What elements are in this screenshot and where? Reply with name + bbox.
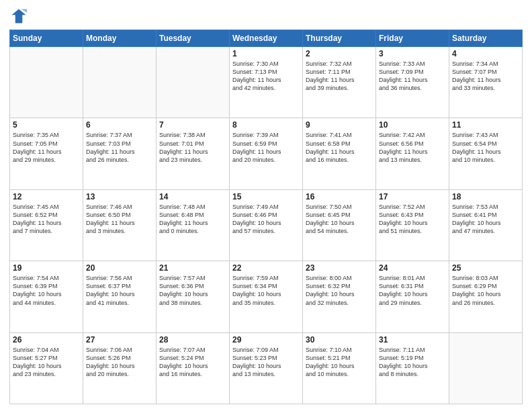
- logo: [9, 7, 31, 26]
- day-info: Sunrise: 7:41 AMSunset: 6:58 PMDaylight:…: [306, 131, 373, 164]
- day-cell: 16Sunrise: 7:50 AMSunset: 6:45 PMDayligh…: [303, 189, 376, 261]
- header: [9, 7, 523, 26]
- day-info: Sunrise: 7:50 AMSunset: 6:45 PMDaylight:…: [306, 203, 373, 236]
- day-number: 2: [306, 49, 373, 58]
- weekday-header-tuesday: Tuesday: [157, 30, 230, 47]
- day-cell: 8Sunrise: 7:39 AMSunset: 6:59 PMDaylight…: [230, 118, 303, 189]
- weekday-header-sunday: Sunday: [10, 30, 83, 47]
- week-row-3: 19Sunrise: 7:54 AMSunset: 6:39 PMDayligh…: [10, 261, 523, 332]
- day-info: Sunrise: 7:54 AMSunset: 6:39 PMDaylight:…: [13, 274, 80, 307]
- day-info: Sunrise: 7:09 AMSunset: 5:23 PMDaylight:…: [232, 346, 300, 379]
- day-info: Sunrise: 7:32 AMSunset: 7:11 PMDaylight:…: [306, 60, 373, 93]
- day-number: 7: [159, 120, 226, 130]
- svg-marker-0: [12, 9, 26, 24]
- day-number: 22: [232, 263, 300, 273]
- day-cell: 9Sunrise: 7:41 AMSunset: 6:58 PMDaylight…: [303, 118, 376, 189]
- day-cell: 27Sunrise: 7:06 AMSunset: 5:26 PMDayligh…: [83, 332, 157, 404]
- day-number: 31: [379, 335, 446, 345]
- day-info: Sunrise: 7:59 AMSunset: 6:34 PMDaylight:…: [232, 274, 300, 307]
- day-info: Sunrise: 7:30 AMSunset: 7:13 PMDaylight:…: [232, 60, 300, 93]
- day-cell: 1Sunrise: 7:30 AMSunset: 7:13 PMDaylight…: [230, 47, 303, 118]
- weekday-header-wednesday: Wednesday: [230, 30, 303, 47]
- day-info: Sunrise: 8:03 AMSunset: 6:29 PMDaylight:…: [452, 274, 519, 307]
- day-cell: 29Sunrise: 7:09 AMSunset: 5:23 PMDayligh…: [230, 332, 303, 404]
- day-info: Sunrise: 7:39 AMSunset: 6:59 PMDaylight:…: [232, 131, 300, 164]
- day-cell: 12Sunrise: 7:45 AMSunset: 6:52 PMDayligh…: [10, 189, 83, 261]
- day-info: Sunrise: 7:38 AMSunset: 7:01 PMDaylight:…: [159, 131, 226, 164]
- day-number: 29: [232, 335, 300, 345]
- day-number: 23: [306, 263, 373, 273]
- day-number: 4: [452, 49, 519, 58]
- day-number: 1: [232, 49, 300, 58]
- week-row-4: 26Sunrise: 7:04 AMSunset: 5:27 PMDayligh…: [10, 332, 523, 404]
- logo-icon: [9, 7, 28, 26]
- weekday-header-thursday: Thursday: [303, 30, 376, 47]
- day-info: Sunrise: 7:43 AMSunset: 6:54 PMDaylight:…: [452, 131, 519, 164]
- day-cell: 20Sunrise: 7:56 AMSunset: 6:37 PMDayligh…: [83, 261, 157, 332]
- day-number: 13: [86, 192, 153, 201]
- day-number: 30: [306, 335, 373, 345]
- day-cell: 18Sunrise: 7:53 AMSunset: 6:41 PMDayligh…: [449, 189, 523, 261]
- day-cell: 11Sunrise: 7:43 AMSunset: 6:54 PMDayligh…: [449, 118, 523, 189]
- day-number: 28: [159, 335, 226, 345]
- day-number: 11: [452, 120, 519, 130]
- day-info: Sunrise: 7:53 AMSunset: 6:41 PMDaylight:…: [452, 203, 519, 236]
- day-cell: 7Sunrise: 7:38 AMSunset: 7:01 PMDaylight…: [157, 118, 230, 189]
- day-number: 9: [306, 120, 373, 130]
- day-number: 16: [306, 192, 373, 201]
- day-number: 6: [86, 120, 153, 130]
- day-info: Sunrise: 7:52 AMSunset: 6:43 PMDaylight:…: [379, 203, 446, 236]
- weekday-header-monday: Monday: [83, 30, 157, 47]
- day-info: Sunrise: 8:01 AMSunset: 6:31 PMDaylight:…: [379, 274, 446, 307]
- day-info: Sunrise: 8:00 AMSunset: 6:32 PMDaylight:…: [306, 274, 373, 307]
- calendar-table: SundayMondayTuesdayWednesdayThursdayFrid…: [9, 30, 523, 404]
- day-cell: 10Sunrise: 7:42 AMSunset: 6:56 PMDayligh…: [376, 118, 449, 189]
- day-number: 21: [159, 263, 226, 273]
- day-cell: 19Sunrise: 7:54 AMSunset: 6:39 PMDayligh…: [10, 261, 83, 332]
- day-info: Sunrise: 7:57 AMSunset: 6:36 PMDaylight:…: [159, 274, 226, 307]
- day-info: Sunrise: 7:34 AMSunset: 7:07 PMDaylight:…: [452, 60, 519, 93]
- day-cell: 3Sunrise: 7:33 AMSunset: 7:09 PMDaylight…: [376, 47, 449, 118]
- day-info: Sunrise: 7:49 AMSunset: 6:46 PMDaylight:…: [232, 203, 300, 236]
- day-cell: 13Sunrise: 7:46 AMSunset: 6:50 PMDayligh…: [83, 189, 157, 261]
- day-cell: 22Sunrise: 7:59 AMSunset: 6:34 PMDayligh…: [230, 261, 303, 332]
- day-number: 17: [379, 192, 446, 201]
- day-info: Sunrise: 7:46 AMSunset: 6:50 PMDaylight:…: [86, 203, 153, 236]
- day-info: Sunrise: 7:04 AMSunset: 5:27 PMDaylight:…: [13, 346, 80, 379]
- day-number: 18: [452, 192, 519, 201]
- day-number: 20: [86, 263, 153, 273]
- day-number: 3: [379, 49, 446, 58]
- day-cell: 30Sunrise: 7:10 AMSunset: 5:21 PMDayligh…: [303, 332, 376, 404]
- day-cell: [449, 332, 523, 404]
- day-cell: 6Sunrise: 7:37 AMSunset: 7:03 PMDaylight…: [83, 118, 157, 189]
- day-cell: 2Sunrise: 7:32 AMSunset: 7:11 PMDaylight…: [303, 47, 376, 118]
- day-cell: 15Sunrise: 7:49 AMSunset: 6:46 PMDayligh…: [230, 189, 303, 261]
- day-info: Sunrise: 7:48 AMSunset: 6:48 PMDaylight:…: [159, 203, 226, 236]
- day-cell: 25Sunrise: 8:03 AMSunset: 6:29 PMDayligh…: [449, 261, 523, 332]
- day-info: Sunrise: 7:37 AMSunset: 7:03 PMDaylight:…: [86, 131, 153, 164]
- page: SundayMondayTuesdayWednesdayThursdayFrid…: [0, 0, 532, 411]
- day-cell: 4Sunrise: 7:34 AMSunset: 7:07 PMDaylight…: [449, 47, 523, 118]
- day-number: 5: [13, 120, 80, 130]
- day-info: Sunrise: 7:10 AMSunset: 5:21 PMDaylight:…: [306, 346, 373, 379]
- day-info: Sunrise: 7:33 AMSunset: 7:09 PMDaylight:…: [379, 60, 446, 93]
- day-cell: 5Sunrise: 7:35 AMSunset: 7:05 PMDaylight…: [10, 118, 83, 189]
- day-cell: 31Sunrise: 7:11 AMSunset: 5:19 PMDayligh…: [376, 332, 449, 404]
- day-info: Sunrise: 7:07 AMSunset: 5:24 PMDaylight:…: [159, 346, 226, 379]
- day-cell: [83, 47, 157, 118]
- day-info: Sunrise: 7:42 AMSunset: 6:56 PMDaylight:…: [379, 131, 446, 164]
- day-number: 8: [232, 120, 300, 130]
- day-info: Sunrise: 7:11 AMSunset: 5:19 PMDaylight:…: [379, 346, 446, 379]
- weekday-header-row: SundayMondayTuesdayWednesdayThursdayFrid…: [10, 30, 523, 47]
- day-number: 14: [159, 192, 226, 201]
- day-cell: 14Sunrise: 7:48 AMSunset: 6:48 PMDayligh…: [157, 189, 230, 261]
- day-cell: 21Sunrise: 7:57 AMSunset: 6:36 PMDayligh…: [157, 261, 230, 332]
- day-info: Sunrise: 7:56 AMSunset: 6:37 PMDaylight:…: [86, 274, 153, 307]
- day-cell: 28Sunrise: 7:07 AMSunset: 5:24 PMDayligh…: [157, 332, 230, 404]
- day-number: 15: [232, 192, 300, 201]
- day-cell: 17Sunrise: 7:52 AMSunset: 6:43 PMDayligh…: [376, 189, 449, 261]
- day-cell: 26Sunrise: 7:04 AMSunset: 5:27 PMDayligh…: [10, 332, 83, 404]
- week-row-2: 12Sunrise: 7:45 AMSunset: 6:52 PMDayligh…: [10, 189, 523, 261]
- day-info: Sunrise: 7:45 AMSunset: 6:52 PMDaylight:…: [13, 203, 80, 236]
- day-cell: 23Sunrise: 8:00 AMSunset: 6:32 PMDayligh…: [303, 261, 376, 332]
